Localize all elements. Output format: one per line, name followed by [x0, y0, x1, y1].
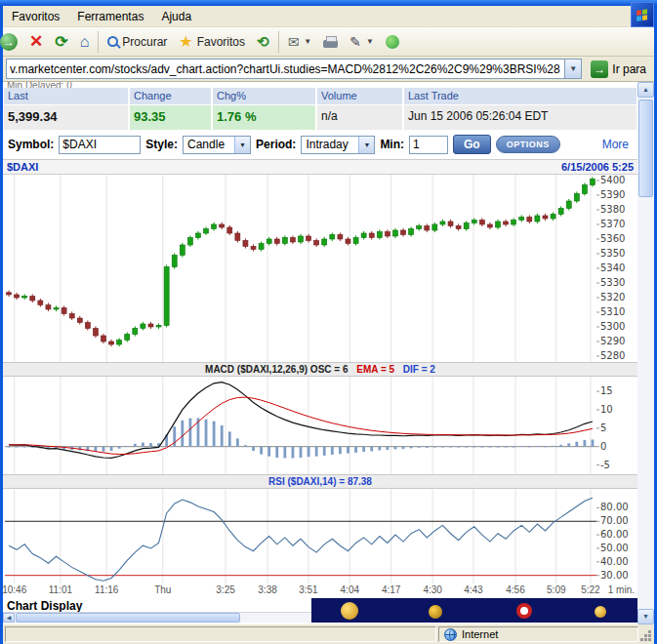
- svg-text:5370: 5370: [600, 219, 625, 229]
- period-select[interactable]: Intraday ▼: [301, 136, 375, 154]
- forward-button[interactable]: →: [0, 29, 23, 55]
- x-axis-label: 5:09: [547, 584, 565, 595]
- svg-text:15: 15: [600, 385, 613, 396]
- page-footer: Chart Display ◀ ▶: [3, 597, 637, 623]
- banner-ad[interactable]: [311, 598, 637, 623]
- svg-text:5390: 5390: [600, 189, 625, 200]
- address-dropdown-button[interactable]: ▼: [564, 60, 581, 78]
- svg-text:5340: 5340: [600, 262, 625, 273]
- home-icon: ⌂: [80, 33, 90, 51]
- style-label: Style:: [145, 138, 178, 151]
- print-icon: [323, 40, 338, 48]
- chart-datetime: 6/15/2006 5:25: [561, 161, 634, 173]
- svg-text:5320: 5320: [600, 292, 625, 302]
- x-axis-label: 10:46: [3, 584, 26, 595]
- macd-ema-label: EMA = 5: [356, 364, 394, 375]
- favorites-button[interactable]: ★ Favoritos: [173, 29, 251, 55]
- refresh-button[interactable]: ⟳: [49, 29, 73, 55]
- quote-value-volume: n/a: [317, 105, 402, 130]
- quote-header: Last Trade: [404, 88, 636, 104]
- options-button[interactable]: OPTIONS: [496, 136, 560, 153]
- banner-coin-icon: [429, 605, 442, 619]
- windows-flag-icon: [636, 9, 648, 21]
- vertical-scrollbar[interactable]: ▲ ▼: [637, 82, 654, 624]
- svg-text:5330: 5330: [600, 277, 625, 288]
- svg-text:5290: 5290: [600, 336, 625, 346]
- quote-col-chg-pct: Chg% 1.76 %: [213, 88, 315, 130]
- chart-symbol: $DAXI: [7, 161, 38, 173]
- mail-button[interactable]: ✉▼: [282, 29, 318, 55]
- svg-text:5400: 5400: [600, 175, 625, 185]
- macd-label: MACD ($DAXI,12,26,9) OSC = 6: [205, 364, 348, 375]
- x-axis-label: 3:25: [216, 584, 234, 595]
- toolbar-separator: [278, 31, 279, 53]
- chart-display-label: Chart Display: [7, 599, 82, 613]
- menu-ferramentas[interactable]: Ferramentas: [68, 7, 152, 26]
- print-button[interactable]: [317, 29, 344, 55]
- x-axis-label: 4:43: [464, 584, 482, 595]
- symbol-input[interactable]: [59, 136, 141, 154]
- go-to-label: Ir para: [612, 62, 646, 76]
- svg-text:60.00: 60.00: [600, 529, 629, 540]
- status-message-panel: [5, 626, 436, 642]
- svg-text:10: 10: [600, 404, 613, 415]
- address-bar: ▼ → Ir para: [3, 57, 654, 82]
- x-axis-label: 4:04: [341, 584, 359, 595]
- quote-value-last: 5,399.34: [4, 105, 128, 130]
- quote-header: Change: [130, 88, 211, 104]
- macd-title-strip: MACD ($DAXI,12,26,9) OSC = 6 EMA = 5 DIF…: [3, 362, 637, 377]
- history-button[interactable]: ⟲: [251, 29, 275, 55]
- x-axis-label: 5:22: [581, 584, 599, 595]
- mail-dropdown-caret: ▼: [304, 37, 311, 46]
- stop-button[interactable]: ✕: [23, 29, 49, 55]
- favorites-star-icon: ★: [179, 32, 192, 51]
- svg-text:70.00: 70.00: [600, 515, 629, 526]
- edit-button[interactable]: ✎▼: [344, 29, 380, 55]
- style-select[interactable]: Candle ▼: [183, 136, 251, 154]
- search-icon: [107, 36, 118, 47]
- resize-grip[interactable]: [640, 630, 652, 642]
- chart-area: $DAXI 6/15/2006 5:25 5400539053805370536…: [3, 159, 637, 597]
- edit-dropdown-caret: ▼: [366, 37, 374, 46]
- go-button[interactable]: Go: [453, 135, 491, 154]
- messenger-button[interactable]: [380, 29, 405, 55]
- home-button[interactable]: ⌂: [74, 29, 96, 55]
- x-axis-label: 3:38: [258, 584, 276, 595]
- macd-chart: 151050-5: [3, 377, 637, 474]
- svg-text:5: 5: [600, 423, 606, 433]
- min-label: Min:: [380, 138, 404, 151]
- x-axis-label: 3:51: [299, 584, 317, 595]
- mail-icon: ✉: [288, 34, 300, 50]
- banner-coin-icon: [341, 602, 358, 620]
- macd-dif-label: DIF = 2: [403, 364, 435, 375]
- svg-text:5310: 5310: [600, 306, 625, 317]
- menu-ajuda[interactable]: Ajuda: [152, 7, 200, 26]
- quote-value-change: 93.35: [130, 105, 211, 130]
- vertical-scroll-thumb[interactable]: [638, 100, 653, 197]
- banner-ring-icon: [516, 603, 532, 619]
- go-to-button[interactable]: → Ir para: [586, 58, 651, 81]
- ie-throbber: [631, 2, 654, 27]
- rsi-title-strip: RSI ($DAXI,14) = 87.38: [3, 474, 637, 489]
- time-axis: 1 min. 10:4611:0111:16Thu3:253:383:514:0…: [3, 584, 637, 597]
- scroll-down-arrow[interactable]: ▼: [637, 609, 654, 624]
- menu-favoritos[interactable]: Favoritos: [3, 7, 68, 26]
- scroll-up-arrow[interactable]: ▲: [637, 82, 654, 98]
- status-bar: Internet: [3, 624, 654, 644]
- refresh-icon: ⟳: [55, 32, 67, 51]
- x-axis-label: 4:56: [506, 584, 524, 595]
- horizontal-scroll-thumb[interactable]: [16, 613, 240, 623]
- min-input[interactable]: [409, 136, 448, 154]
- address-input[interactable]: [7, 60, 564, 78]
- banner-coin-icon: [595, 606, 606, 618]
- globe-icon: [444, 628, 457, 641]
- search-button[interactable]: Procurar: [102, 29, 173, 55]
- period-label: Period:: [256, 138, 296, 151]
- scroll-left-arrow[interactable]: ◀: [3, 613, 15, 623]
- svg-text:5350: 5350: [600, 248, 625, 259]
- chevron-down-icon: ▼: [234, 137, 250, 153]
- more-link[interactable]: More: [602, 138, 629, 151]
- svg-text:80.00: 80.00: [600, 502, 629, 512]
- zone-label: Internet: [462, 628, 498, 640]
- quote-value-last-trade: Jun 15 2006 05:26:04 EDT: [404, 105, 636, 130]
